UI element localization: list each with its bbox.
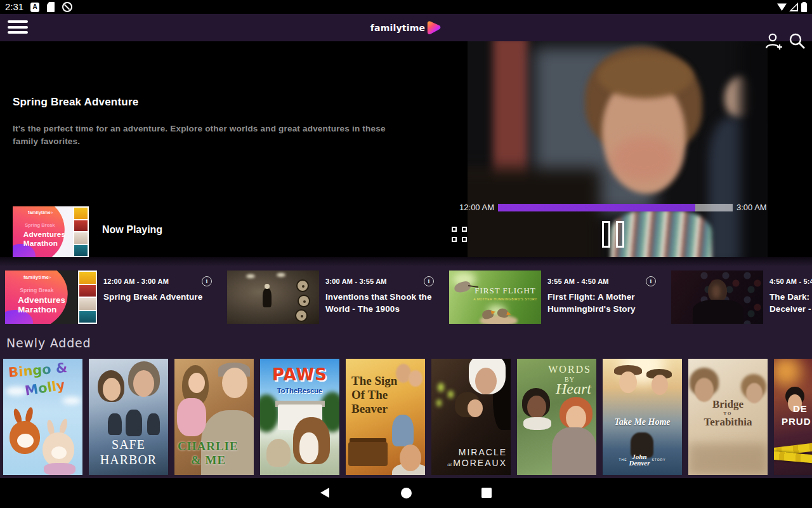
person-art (712, 284, 721, 298)
android-nav-bar (0, 478, 812, 508)
person-art (527, 396, 546, 418)
person-art (652, 375, 668, 395)
schedule-card[interactable]: familytime Spring Break Adventures Marat… (5, 271, 226, 331)
schedule-card[interactable]: 4:50 AM - 5:45 The Dark: Deceiver - (671, 271, 812, 331)
app-logo-text: familytime (370, 23, 425, 33)
search-icon[interactable] (788, 32, 806, 50)
rabbit-art (51, 446, 67, 459)
dog-art (299, 432, 318, 463)
pause-button[interactable] (602, 221, 627, 248)
poster-title: Take Me Home (603, 417, 682, 427)
poster-title-line3: Heart (556, 380, 591, 398)
status-bar: 2:31 A (0, 0, 812, 14)
schedule-card-thumbnail[interactable]: FIRST FLIGHT A MOTHER HUMMINGBIRD'S STOR… (449, 271, 541, 324)
person-art (619, 371, 637, 393)
recents-icon[interactable] (481, 488, 492, 498)
poster-partially-visible[interactable]: DE PRUD (774, 359, 812, 475)
poster-the-sign-of-the-beaver[interactable]: The Sign Of The Beaver (346, 359, 425, 475)
poster-title-line2: Molly (24, 377, 66, 399)
person-art (103, 378, 121, 401)
thumb-brand-play-icon (51, 211, 53, 214)
palm-art (260, 394, 279, 432)
thumb-title-line1: Adventures (18, 295, 65, 305)
info-icon[interactable]: i (424, 276, 434, 286)
schedule-card-thumbnail[interactable] (227, 271, 319, 324)
battery-icon (801, 3, 807, 12)
player-progress-fill (498, 204, 695, 211)
person-art (475, 368, 497, 394)
poster-charlie-and-me[interactable]: CHARLIE & ME (174, 359, 254, 475)
thumb-art (246, 274, 255, 278)
poster-title-line1: WORDS (548, 364, 591, 375)
fullscreen-icon[interactable] (452, 227, 467, 242)
thumb-title-line2: Marathon (18, 305, 56, 314)
thumb-poster-strip (73, 206, 89, 257)
person-art (566, 406, 586, 430)
poster-take-me-home-john-denver[interactable]: Take Me Home THE JohnDenver STORY (603, 359, 682, 475)
person-art (523, 417, 551, 430)
app-logo[interactable]: familytime (0, 14, 812, 41)
thumb-title: FIRST FLIGHT (472, 286, 539, 296)
candle-art (436, 399, 442, 406)
poster-miracle-at-moreaux[interactable]: MIRACLE atMOREAUX (431, 359, 511, 475)
hero-title: Spring Break Adventure (13, 96, 138, 109)
back-icon[interactable] (320, 488, 329, 498)
clock: 2:31 (5, 1, 23, 12)
app-notification-icon: A (30, 3, 39, 12)
poster-bingo-and-molly[interactable]: Bingo & Molly (3, 359, 82, 475)
video-art (740, 41, 768, 257)
thumb-brand: familytime (28, 210, 53, 215)
thumb-subtitle: Spring Break (20, 287, 53, 293)
thumb-poster-strip (78, 271, 97, 324)
poster-title-line2: & ME (191, 453, 226, 467)
poster-paws-to-the-rescue[interactable]: PAWS ToTheRescue (260, 359, 339, 475)
candle-art (438, 383, 444, 392)
poster-title-line3: Beaver (351, 402, 388, 416)
thumb-title-line1: Adventures (23, 230, 65, 238)
cabin-art (348, 442, 388, 466)
video-art (598, 54, 693, 98)
rabbit-art (17, 434, 34, 448)
app-logo-play-icon (426, 20, 442, 36)
schedule-card-time: 4:50 AM - 5:45 (769, 277, 812, 285)
poster-title: MIRACLE atMOREAUX (447, 447, 507, 470)
schedule-card-title: The Dark: Deceiver - (769, 291, 812, 315)
poster-title-line1: DE (793, 403, 808, 414)
now-playing-thumbnail[interactable]: familytime Spring Break Adventures Marat… (13, 206, 89, 257)
player-end-time: 3:00 AM (737, 200, 778, 215)
hero-description: It's the perfect time for an adventure. … (13, 123, 405, 148)
person-art (222, 368, 247, 398)
info-icon[interactable]: i (646, 276, 656, 286)
lower-section: familytime Spring Break Adventures Marat… (0, 257, 812, 478)
person-art (177, 398, 206, 436)
info-icon[interactable]: i (202, 276, 212, 286)
clock-art (296, 279, 309, 292)
glow-art (774, 359, 802, 387)
person-art (409, 370, 422, 387)
person-art (108, 413, 122, 435)
candle-art (448, 391, 454, 398)
thumb-title-line2: Marathon (23, 239, 58, 247)
person-art (468, 399, 483, 417)
sd-card-icon (47, 2, 55, 12)
add-profile-icon[interactable] (763, 32, 783, 51)
schedule-card[interactable]: FIRST FLIGHT A MOTHER HUMMINGBIRD'S STOR… (449, 271, 670, 331)
person-art (552, 427, 596, 475)
schedule-card[interactable]: 3:00 AM - 3:55 AM i Inventions that Shoo… (227, 271, 448, 331)
person-art (392, 415, 414, 446)
caution-tape-art (774, 451, 812, 468)
home-icon[interactable] (401, 488, 412, 498)
do-not-disturb-icon (62, 2, 72, 12)
poster-title-line1: The Sign (351, 374, 397, 388)
poster-bridge-to-terabithia[interactable]: Bridge TO Terabithia (688, 359, 768, 475)
schedule-card-thumbnail[interactable]: familytime Spring Break Adventures Marat… (5, 271, 97, 324)
schedule-card-thumbnail[interactable] (671, 271, 763, 324)
poster-safe-harbor[interactable]: SAFE HARBOR (89, 359, 168, 475)
now-playing-label: Now Playing (102, 224, 162, 236)
poster-title-line2: ToTheRescue (260, 387, 339, 394)
person-art (188, 373, 205, 393)
player-progress-bar[interactable] (498, 204, 733, 211)
poster-title-line2: Terabithia (688, 416, 768, 429)
dog-art (266, 439, 291, 467)
poster-words-by-heart[interactable]: WORDS BY Heart (517, 359, 596, 475)
